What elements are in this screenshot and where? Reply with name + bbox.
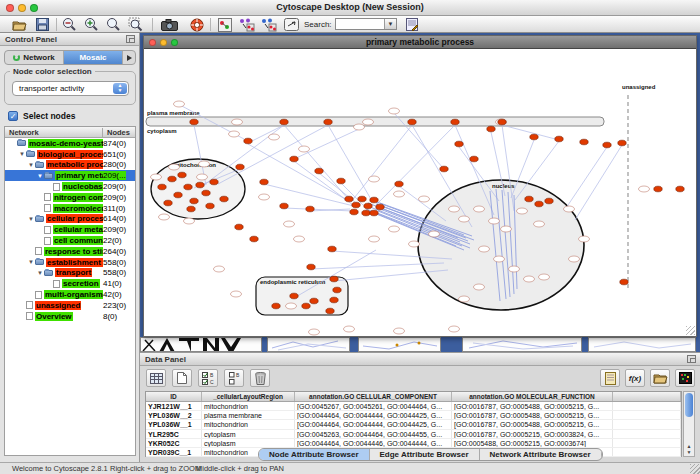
tab-edge-attribute-browser[interactable]: Edge Attribute Browser bbox=[370, 449, 480, 460]
table-cell[interactable]: [GO:0016787, GO:0005215, GO:0003824, G..… bbox=[452, 430, 613, 438]
index-document-icon[interactable] bbox=[403, 17, 421, 32]
network-node[interactable] bbox=[358, 196, 366, 202]
tree-row-cellular-process[interactable]: ▼cellular process614(0) bbox=[5, 214, 135, 225]
network-window-titlebar[interactable]: primary metabolic process bbox=[144, 36, 696, 49]
tree-row-overview[interactable]: Overview8(0) bbox=[5, 311, 135, 322]
network-node[interactable] bbox=[330, 297, 338, 303]
snapshot-camera-icon[interactable] bbox=[160, 17, 178, 32]
expander-icon[interactable]: ▼ bbox=[27, 259, 35, 265]
network-node[interactable] bbox=[345, 196, 353, 202]
table-cell[interactable]: [GO:0016787, GO:0005488, GO:0005215, G..… bbox=[452, 420, 613, 428]
network-node[interactable] bbox=[184, 184, 192, 190]
background-window-tile[interactable] bbox=[267, 337, 350, 352]
zoom-out-icon[interactable] bbox=[60, 17, 78, 32]
search-dropdown-arrow-icon[interactable]: ▼ bbox=[384, 19, 396, 29]
network-node[interactable] bbox=[618, 140, 626, 146]
select-nodes-checkbox[interactable]: ✓ bbox=[8, 111, 18, 121]
table-cell[interactable]: mitochondrion bbox=[202, 402, 295, 410]
table-cell[interactable]: [GO:0044464, GO:0044444, GO:0044425, G..… bbox=[295, 411, 452, 419]
table-row[interactable]: YPL036W__1mitochondrion[GO:0044464, GO:0… bbox=[146, 420, 681, 429]
table-cell[interactable]: [GO:0044464, GO:0044444, GO:0044425, G..… bbox=[295, 420, 452, 428]
tree-row-nucleobase-[interactable]: nucleobase-209(0) bbox=[5, 181, 135, 192]
network-node[interactable] bbox=[362, 210, 370, 216]
network-node[interactable] bbox=[210, 179, 218, 185]
tab-network[interactable]: Network bbox=[5, 51, 64, 64]
expander-icon[interactable]: ▼ bbox=[27, 162, 35, 168]
compartment-plasma-membrane[interactable] bbox=[146, 117, 604, 126]
float-window-icon[interactable] bbox=[126, 35, 135, 43]
table-cell[interactable]: mitochondrion bbox=[202, 420, 295, 428]
window-resize-grip[interactable] bbox=[686, 326, 695, 335]
expander-icon[interactable]: ▼ bbox=[18, 151, 26, 157]
scrollbar-arrows-icon[interactable]: ▲▼ bbox=[685, 443, 693, 455]
float-window-icon[interactable] bbox=[687, 355, 696, 363]
vizmapper-icon[interactable] bbox=[216, 17, 234, 32]
scrollbar-thumb[interactable] bbox=[685, 393, 693, 417]
network-node[interactable] bbox=[676, 186, 684, 192]
network-node[interactable] bbox=[178, 172, 186, 178]
tree-row-nitrogen-compo[interactable]: nitrogen compo209(0) bbox=[5, 192, 135, 203]
tree-row-cell-communicat[interactable]: cell communicat22(0) bbox=[5, 235, 135, 246]
network-node[interactable] bbox=[302, 303, 310, 309]
network-node[interactable] bbox=[220, 196, 228, 202]
network-node[interactable] bbox=[376, 204, 384, 210]
table-cell[interactable]: [GO:0005488, GO:0005215, GO:0003674] bbox=[452, 439, 613, 447]
node-color-dropdown[interactable]: transporter activity ▲▼ bbox=[12, 81, 129, 96]
network-node[interactable] bbox=[290, 293, 298, 299]
network-node[interactable] bbox=[603, 142, 611, 148]
zoom-selected-icon[interactable] bbox=[126, 17, 144, 32]
app-resize-grip[interactable] bbox=[690, 464, 700, 474]
table-cell[interactable]: cytoplasm bbox=[202, 439, 295, 447]
delete-attribute-trash-icon[interactable] bbox=[250, 369, 270, 387]
tree-row-cellular-metabo[interactable]: cellular metabo209(0) bbox=[5, 224, 135, 235]
network-node[interactable] bbox=[164, 200, 172, 206]
network-node[interactable] bbox=[330, 276, 338, 282]
table-cell[interactable]: cytoplasm bbox=[202, 430, 295, 438]
network-node[interactable] bbox=[530, 134, 538, 140]
network-node[interactable] bbox=[260, 179, 268, 185]
column-header-3[interactable]: annotation.GO MOLECULAR_FUNCTION bbox=[452, 392, 613, 401]
tree-row-metabolic-process[interactable]: ▼metabolic process280(0) bbox=[5, 160, 135, 171]
tree-row-mosaic-demo-yeast[interactable]: mosaic-demo-yeast874(0) bbox=[5, 138, 135, 149]
network-node[interactable] bbox=[235, 224, 243, 230]
column-header-1[interactable]: _cellularLayoutRegion bbox=[202, 392, 295, 401]
network-node[interactable] bbox=[525, 196, 533, 202]
network-node[interactable] bbox=[328, 246, 336, 252]
layout-alt-icon[interactable] bbox=[260, 17, 278, 32]
tree-row-macromolecule[interactable]: macromolecule311(0) bbox=[5, 203, 135, 214]
table-cell[interactable]: YPL036W__2 bbox=[146, 411, 202, 419]
table-cell[interactable]: [GO:0016787, GO:0005488, GO:0005215, G..… bbox=[452, 402, 613, 410]
network-node[interactable] bbox=[236, 164, 244, 170]
tree-row-establishment-of-lo[interactable]: ▼establishment of lo558(0) bbox=[5, 257, 135, 268]
network-node[interactable] bbox=[280, 203, 288, 209]
network-node[interactable] bbox=[174, 192, 182, 198]
network-node[interactable] bbox=[202, 190, 210, 196]
table-cell[interactable]: [GO:0045263, GO:0044464, GO:0044455, G..… bbox=[295, 430, 452, 438]
tree-row-response-to-stimulu[interactable]: response to stimulu264(0) bbox=[5, 246, 135, 257]
network-node[interactable] bbox=[272, 303, 280, 309]
network-node[interactable] bbox=[370, 197, 378, 203]
network-node[interactable] bbox=[555, 136, 563, 142]
network-node[interactable] bbox=[333, 287, 341, 293]
table-scrollbar[interactable]: ▲▼ bbox=[683, 391, 695, 457]
attribute-table-icon[interactable] bbox=[146, 369, 166, 387]
network-node[interactable] bbox=[280, 119, 288, 125]
table-cell[interactable]: [GO:0045267, GO:0045261, GO:0044464, G..… bbox=[295, 402, 452, 410]
network-node[interactable] bbox=[307, 264, 315, 270]
tree-row-primary-metabo[interactable]: ▼primary metabo209(... bbox=[5, 170, 135, 181]
dropdown-stepper-icon[interactable]: ▲▼ bbox=[113, 83, 127, 94]
network-canvas[interactable]: plasma membranecytoplasmmitochondrionnuc… bbox=[144, 49, 696, 336]
table-cell[interactable]: [GO:0016787, GO:0005488, GO:0005215, G..… bbox=[452, 411, 613, 419]
network-node[interactable] bbox=[370, 210, 378, 216]
table-cell[interactable]: plasma membrane bbox=[202, 411, 295, 419]
tree-row-multi-organism-pro[interactable]: multi-organism pro42(0) bbox=[5, 289, 135, 300]
network-node[interactable] bbox=[654, 186, 662, 192]
network-node[interactable] bbox=[324, 119, 332, 125]
unselect-attributes-icon[interactable]: B bbox=[224, 369, 244, 387]
network-node[interactable] bbox=[244, 138, 252, 144]
open-file-icon[interactable] bbox=[10, 17, 28, 32]
table-cell[interactable]: YDR039C__1 bbox=[146, 448, 202, 456]
network-node[interactable] bbox=[498, 119, 506, 125]
network-node[interactable] bbox=[206, 203, 214, 209]
tree-row-transport[interactable]: ▼transport558(0) bbox=[5, 268, 135, 279]
